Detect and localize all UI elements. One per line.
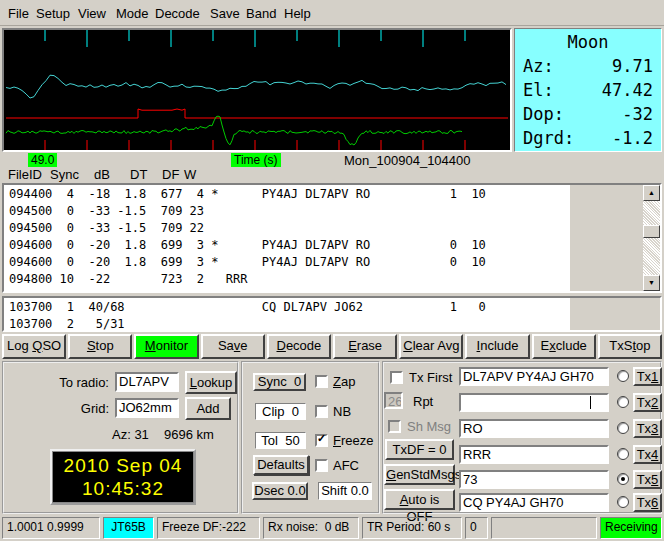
scale-label: 49.0 (28, 153, 57, 167)
hdr-db: dB (94, 167, 110, 182)
tx4-radio[interactable] (617, 448, 629, 460)
tx-first-checkbox[interactable] (390, 371, 403, 384)
clip-control[interactable]: Clip 0 (255, 403, 306, 420)
menu-save[interactable]: Save (210, 6, 240, 21)
decode-line: 095000 10 -21 717 3 73 (4, 287, 570, 291)
tx6-button[interactable]: Tx6 (633, 493, 662, 512)
gen-std-msgs-button[interactable]: GenStdMsgs (384, 464, 455, 485)
hdr-sync: Sync (50, 167, 79, 182)
main-toolbar: Log QSO Stop Monitor Save Decode Erase C… (2, 334, 662, 359)
tx2-message-input[interactable]: DL7APV PY4AJ GH70 ro (459, 393, 609, 412)
tx2-button[interactable]: Tx2 (633, 393, 662, 412)
tx3-radio[interactable] (617, 422, 629, 434)
hdr-dt: DT (130, 167, 147, 182)
lookup-button[interactable]: Lookup (185, 371, 237, 394)
stop-button[interactable]: Stop (68, 334, 132, 359)
menu-file[interactable]: File (8, 6, 29, 21)
decode-lines[interactable]: 094400 4 -18 1.8 677 4 * PY4AJ DL7APV RO… (4, 185, 570, 291)
tx3-button[interactable]: Tx3 (633, 419, 662, 438)
rpt-input: 26 (384, 392, 403, 409)
average-text-area[interactable]: 103700 1 40/68 CQ DL7APV JO62 1 0 103700… (2, 296, 662, 332)
moon-title: Moon (523, 30, 653, 54)
decode-filler (570, 185, 643, 291)
tx6-radio[interactable] (617, 496, 629, 508)
add-button[interactable]: Add (185, 397, 231, 420)
nb-checkbox[interactable] (315, 405, 328, 418)
tx6-message-input[interactable]: CQ PY4AJ GH70 (459, 493, 609, 512)
rpt-label: Rpt (413, 394, 433, 409)
tx5-message-input[interactable]: 73 (459, 470, 609, 489)
utc-clock-display: 2010 Sep 04 10:45:32 (50, 449, 196, 505)
txstop-button[interactable]: TxStop (598, 334, 662, 359)
moon-az-value: 9.71 (612, 54, 653, 78)
decode-line: 094600 0 -20 1.8 699 3 * PY4AJ DL7APV RO… (4, 253, 570, 270)
tx4-message-input[interactable]: RRR (459, 445, 609, 464)
tx1-radio[interactable] (617, 370, 629, 382)
menu-decode[interactable]: Decode (155, 6, 200, 21)
clock-time: 10:45:32 (53, 477, 193, 500)
decode-line: 094600 0 -20 1.8 699 3 * PY4AJ DL7APV RO… (4, 236, 570, 253)
dsec-control[interactable]: Dsec 0.0 (252, 482, 308, 500)
scroll-thumb[interactable] (643, 225, 660, 238)
decode-line: 094500 0 -33 -1.5 709 22 (4, 219, 570, 236)
distance-value: 9696 km (164, 427, 214, 442)
tx5-button[interactable]: Tx5 (633, 470, 662, 489)
grid-label: Grid: (4, 401, 109, 416)
save-button[interactable]: Save (201, 334, 265, 359)
station-group: To radio: DL7APV Lookup Grid: JO62mm Add… (2, 361, 239, 514)
defaults-button[interactable]: Defaults (253, 455, 309, 475)
zap-label[interactable]: Zap (333, 374, 355, 389)
mode-badge: JT65B (103, 517, 154, 539)
moon-data-panel: Moon Az:9.71 El:47.42 Dop:-32 Dgrd:-1.2 (514, 28, 662, 152)
decode-button[interactable]: Decode (267, 334, 331, 359)
include-button[interactable]: Include (465, 334, 529, 359)
rx-state-badge: Receiving (600, 517, 662, 539)
freeze-checkbox[interactable]: ✓ (315, 434, 328, 447)
waveform-plot[interactable] (2, 28, 512, 152)
menu-band[interactable]: Band (246, 6, 276, 21)
menu-help[interactable]: Help (284, 6, 311, 21)
clear-avg-button[interactable]: Clear Avg (399, 334, 463, 359)
menu-mode[interactable]: Mode (116, 6, 149, 21)
tx4-button[interactable]: Tx4 (633, 445, 662, 464)
average-lines[interactable]: 103700 1 40/68 CQ DL7APV JO62 1 0 103700… (4, 298, 570, 330)
scroll-down-icon[interactable]: ▼ (643, 275, 660, 291)
time-axis-label: Time (s) (231, 153, 281, 167)
tx1-button[interactable]: Tx1 (633, 367, 662, 386)
freeze-label[interactable]: Freeze (333, 433, 373, 448)
log-qso-button[interactable]: Log QSO (2, 334, 66, 359)
text-caret (590, 396, 591, 409)
sync-control[interactable]: Sync 0 (253, 373, 306, 391)
tx-messages-group: Tx First 26 Rpt Sh Msg TxDF = 0 GenStdMs… (382, 361, 662, 514)
decode-text-area[interactable]: 094400 4 -18 1.8 677 4 * PY4AJ DL7APV RO… (2, 183, 662, 293)
afc-label[interactable]: AFC (333, 458, 359, 473)
grid-input[interactable]: JO62mm (115, 398, 179, 418)
erase-button[interactable]: Erase (333, 334, 397, 359)
tx5-radio[interactable] (617, 473, 629, 485)
decode-scrollbar[interactable]: ▲ ▼ (643, 185, 660, 291)
monitor-button[interactable]: Monitor (134, 334, 198, 359)
shift-control[interactable]: Shift 0.0 (318, 482, 372, 500)
scroll-up-icon[interactable]: ▲ (643, 185, 660, 201)
tx2-radio[interactable] (617, 396, 629, 408)
moon-dgrd-value: -1.2 (612, 126, 653, 150)
exclude-button[interactable]: Exclude (532, 334, 596, 359)
tx1-message-input[interactable]: DL7APV PY4AJ GH70 (459, 367, 609, 386)
afc-checkbox[interactable] (315, 459, 328, 472)
moon-az-label: Az: (523, 54, 554, 78)
decode-line: 094500 0 -33 -1.5 709 23 (4, 202, 570, 219)
tx-first-label[interactable]: Tx First (409, 370, 452, 385)
menu-view[interactable]: View (78, 6, 106, 21)
tx2-message-text: DL7APV PY4AJ GH70 ro (485, 411, 609, 412)
txdf-button[interactable]: TxDF = 0 (385, 439, 454, 460)
tolerance-control[interactable]: Tol 50 (255, 432, 306, 449)
to-radio-input[interactable]: DL7APV (115, 372, 179, 392)
auto-button[interactable]: Auto is OFF (384, 489, 455, 510)
tx3-message-input[interactable]: RO (459, 419, 609, 438)
average-filler (570, 298, 660, 330)
moon-el-value: 47.42 (602, 78, 653, 102)
menu-setup[interactable]: Setup (36, 6, 70, 21)
moon-dop-label: Dop: (523, 102, 564, 126)
zap-checkbox[interactable] (315, 375, 328, 388)
nb-label[interactable]: NB (333, 404, 351, 419)
